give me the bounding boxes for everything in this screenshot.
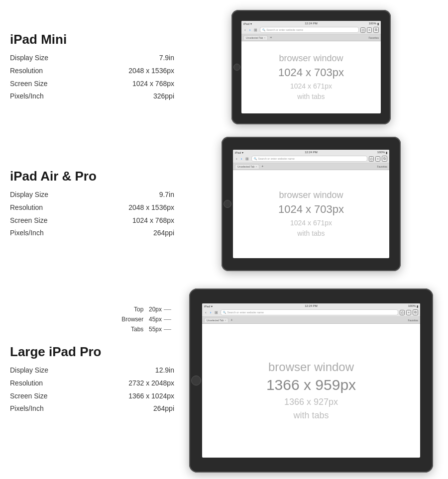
back-button[interactable]: ‹ bbox=[235, 157, 238, 161]
spec-label: Screen Size bbox=[10, 78, 96, 90]
home-button[interactable] bbox=[233, 64, 240, 71]
battery-icon: ▮ bbox=[386, 151, 387, 154]
tab-close-icon[interactable]: × bbox=[224, 319, 226, 322]
back-button[interactable]: ‹ bbox=[243, 28, 247, 32]
ipad-mini-screen: iPad ▾ 12:24 PM 100% ▮ ‹ › ⊞ bbox=[241, 21, 381, 113]
ipad-air-wrapper: iPad ▾ 12:24 PM 100% ▮ ‹ › ⊞ 🔍 bbox=[174, 137, 448, 271]
add-tab-button[interactable]: + bbox=[375, 156, 380, 162]
ipad-large-screen: iPad ▾ 12:24 PM 100% ▮ ‹ › ⊞ 🔍 bbox=[202, 303, 420, 458]
forward-button[interactable]: › bbox=[209, 310, 213, 315]
spec-value: 1366 x 1024px bbox=[96, 390, 174, 402]
browser-window-label: browser window bbox=[279, 190, 343, 201]
home-button[interactable] bbox=[191, 376, 201, 385]
annot-browser-value: 45px bbox=[149, 316, 162, 323]
spec-value: 264ppi bbox=[96, 403, 174, 415]
share-button[interactable]: ⎙ bbox=[360, 27, 365, 33]
ipad-label: iPad ▾ bbox=[235, 151, 243, 154]
status-right: 100% ▮ bbox=[408, 304, 418, 308]
tab-item[interactable]: Unselected Tab × bbox=[235, 164, 259, 169]
browser-content: browser window 1024 x 703px 1024 x 671px… bbox=[233, 170, 389, 258]
nav-bar: ‹ › ⊞ 🔍 Search or enter website name ⎙ +… bbox=[233, 155, 389, 163]
url-bar[interactable]: 🔍 Search or enter website name bbox=[260, 27, 359, 33]
tab-label: Unselected Tab bbox=[246, 36, 263, 39]
browser-tabs-label: 1366 x 927px with tabs bbox=[284, 395, 338, 422]
add-tab-button[interactable]: + bbox=[406, 310, 411, 315]
ipad-mini-frame: iPad ▾ 12:24 PM 100% ▮ ‹ › ⊞ bbox=[231, 10, 391, 124]
status-right: 100% ▮ bbox=[369, 22, 379, 25]
ipad-large-specs: Display Size 12.9in Resolution 2732 x 20… bbox=[10, 365, 174, 415]
url-placeholder: Search or enter website name bbox=[266, 28, 303, 31]
ipad-air-specs: Display Size 9.7in Resolution 2048 x 153… bbox=[10, 189, 174, 239]
status-bar: iPad ▾ 12:24 PM 100% ▮ bbox=[233, 150, 389, 155]
spec-value: 264ppi bbox=[96, 227, 174, 239]
nav-bar: ‹ › ⊞ 🔍 Search or enter website name ⎙ +… bbox=[241, 26, 381, 34]
bookmarks-button[interactable]: ⊞ bbox=[214, 310, 219, 315]
status-time: 12:24 PM bbox=[305, 22, 318, 25]
ipad-large-left: Top 20px Browser 45px Tabs 55px Large bbox=[0, 288, 174, 415]
spec-label: Pixels/Inch bbox=[10, 403, 96, 415]
spec-label: Screen Size bbox=[10, 390, 96, 402]
share-button[interactable]: ⎙ bbox=[369, 156, 374, 162]
bookmarks-button[interactable]: ⊞ bbox=[253, 28, 258, 32]
spec-label: Screen Size bbox=[10, 215, 96, 227]
forward-button[interactable]: › bbox=[248, 28, 252, 32]
ipad-label: iPad ▾ bbox=[204, 304, 213, 308]
spec-label: Display Size bbox=[10, 189, 96, 201]
annot-top-label: Top bbox=[134, 306, 147, 313]
spec-value: 2048 x 1536px bbox=[96, 65, 174, 77]
url-bar[interactable]: 🔍 Search or enter website name bbox=[221, 309, 398, 315]
ipad-large-frame: iPad ▾ 12:24 PM 100% ▮ ‹ › ⊞ 🔍 bbox=[189, 288, 433, 473]
browser-size-label: 1024 x 703px bbox=[278, 203, 344, 216]
browser-size-label: 1024 x 703px bbox=[278, 66, 344, 79]
ipad-label: iPad ▾ bbox=[243, 22, 252, 25]
tab-bar: Unselected Tab × + Favorites bbox=[241, 34, 381, 41]
tab-item[interactable]: Unselected Tab × bbox=[243, 35, 268, 40]
ipad-mini-info: iPad Mini Display Size 7.9in Resolution … bbox=[0, 32, 174, 102]
back-button[interactable]: ‹ bbox=[204, 310, 208, 315]
spec-value: 326ppi bbox=[96, 91, 174, 102]
tab-switcher-button[interactable]: ⧉ bbox=[373, 27, 379, 33]
spec-value: 1024 x 768px bbox=[96, 215, 174, 227]
status-time: 12:24 PM bbox=[305, 304, 318, 307]
status-bar: iPad ▾ 12:24 PM 100% ▮ bbox=[202, 303, 420, 308]
share-button[interactable]: ⎙ bbox=[400, 310, 405, 315]
tab-close-icon[interactable]: × bbox=[264, 36, 265, 39]
url-bar[interactable]: 🔍 Search or enter website name bbox=[251, 156, 367, 162]
spec-label: Resolution bbox=[10, 65, 96, 77]
tab-close-icon[interactable]: × bbox=[255, 165, 257, 168]
spec-label: Resolution bbox=[10, 202, 96, 214]
tab-switcher-button[interactable]: ⧉ bbox=[382, 156, 387, 162]
annot-browser-row: Browser 45px bbox=[121, 314, 171, 324]
nav-bar: ‹ › ⊞ 🔍 Search or enter website name ⎙ +… bbox=[202, 308, 420, 317]
browser-size-label: 1366 x 959px bbox=[266, 377, 356, 393]
spec-value: 1024 x 768px bbox=[96, 78, 174, 90]
bookmarks-button[interactable]: ⊞ bbox=[244, 157, 250, 161]
annot-top-value: 20px bbox=[149, 306, 162, 313]
ipad-air-title: iPad Air & Pro bbox=[10, 169, 174, 184]
tab-favorites: Favorites bbox=[408, 319, 418, 322]
ipad-mini-wrapper: iPad ▾ 12:24 PM 100% ▮ ‹ › ⊞ bbox=[174, 10, 448, 124]
ipad-large-title: Large iPad Pro bbox=[10, 344, 174, 360]
tab-favorites: Favorites bbox=[368, 36, 379, 39]
tab-switcher-button[interactable]: ⧉ bbox=[413, 309, 418, 315]
ipad-mini-specs: Display Size 7.9in Resolution 2048 x 153… bbox=[10, 52, 174, 102]
annot-top-row: Top 20px bbox=[134, 304, 171, 314]
ipad-mini-title: iPad Mini bbox=[10, 32, 174, 47]
tab-new-icon[interactable]: + bbox=[261, 165, 263, 168]
annot-tabs-value: 55px bbox=[149, 326, 162, 333]
home-button[interactable] bbox=[224, 200, 231, 208]
tab-label: Unselected Tab bbox=[207, 319, 224, 322]
annot-browser-label: Browser bbox=[121, 316, 147, 323]
search-icon: 🔍 bbox=[254, 157, 257, 160]
forward-button[interactable]: › bbox=[240, 157, 243, 161]
ipad-air-screen: iPad ▾ 12:24 PM 100% ▮ ‹ › ⊞ 🔍 bbox=[233, 150, 389, 258]
tab-new-icon[interactable]: + bbox=[270, 36, 272, 39]
spec-value: 12.9in bbox=[96, 365, 174, 377]
tab-new-icon[interactable]: + bbox=[230, 318, 232, 322]
status-time: 12:24 PM bbox=[305, 151, 318, 154]
tab-label: Unselected Tab bbox=[237, 165, 254, 168]
add-tab-button[interactable]: + bbox=[367, 27, 372, 33]
ipad-air-frame: iPad ▾ 12:24 PM 100% ▮ ‹ › ⊞ 🔍 bbox=[222, 137, 401, 271]
browser-content: browser window 1366 x 959px 1366 x 927px… bbox=[202, 324, 420, 458]
tab-item[interactable]: Unselected Tab × bbox=[204, 318, 228, 322]
